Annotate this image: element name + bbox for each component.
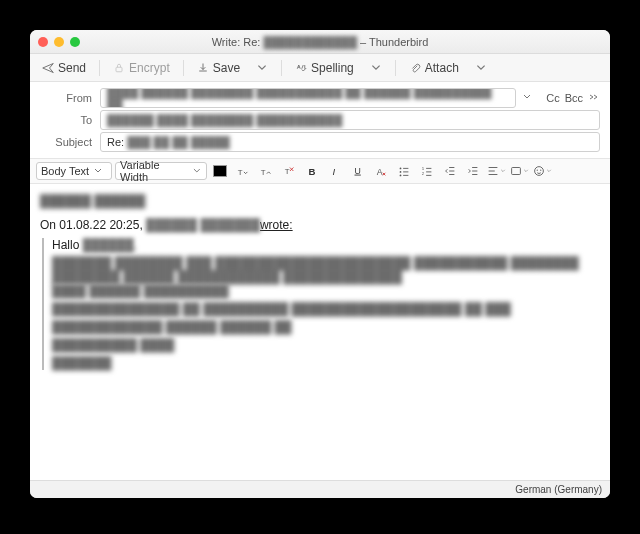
svg-rect-13 xyxy=(512,168,521,175)
chevron-double-icon xyxy=(588,92,600,102)
clear-format-icon: T xyxy=(282,164,296,178)
block-format-select[interactable]: Body Text xyxy=(36,162,112,180)
spelling-dropdown[interactable] xyxy=(364,60,388,76)
chevron-down-icon xyxy=(500,164,506,178)
attach-button[interactable]: Attach xyxy=(403,59,465,77)
cc-button[interactable]: Cc xyxy=(546,92,559,104)
italic-button[interactable]: I xyxy=(325,162,345,180)
chevron-down-icon xyxy=(546,164,552,178)
status-bar: German (Germany) xyxy=(30,480,610,498)
bullet-list-button[interactable] xyxy=(394,162,414,180)
svg-text:B: B xyxy=(309,166,316,177)
outdent-button[interactable] xyxy=(440,162,460,180)
chevron-down-icon xyxy=(370,62,382,74)
font-size-up-button[interactable]: T xyxy=(256,162,276,180)
svg-text:A: A xyxy=(377,167,383,177)
spelling-button[interactable]: Spelling xyxy=(289,59,360,77)
spelling-icon xyxy=(295,62,307,74)
svg-text:U: U xyxy=(355,166,361,176)
chevron-down-icon xyxy=(192,166,202,176)
save-icon xyxy=(197,62,209,74)
window-title: Write: Re: ████████████ – Thunderbird xyxy=(30,36,610,48)
remove-style-icon: A xyxy=(374,164,388,178)
svg-rect-0 xyxy=(116,67,122,72)
svg-point-9 xyxy=(400,171,402,173)
remove-format-button[interactable]: T xyxy=(279,162,299,180)
quoted-text: Hallo ██████, ███████ ████████ ███ █████… xyxy=(42,238,600,370)
svg-text:2: 2 xyxy=(422,171,425,176)
chevron-down-icon xyxy=(256,62,268,74)
paperclip-icon xyxy=(409,62,421,74)
send-icon xyxy=(42,62,54,74)
svg-point-15 xyxy=(537,170,538,171)
attach-dropdown[interactable] xyxy=(469,60,493,76)
underline-icon: U xyxy=(351,164,365,178)
insert-icon xyxy=(509,164,523,178)
main-toolbar: Send Encrypt Save Spelling Attach xyxy=(30,54,610,82)
insert-button[interactable] xyxy=(509,162,529,180)
bold-button[interactable]: B xyxy=(302,162,322,180)
indent-icon xyxy=(466,164,480,178)
close-icon[interactable] xyxy=(38,37,48,47)
compose-window: Write: Re: ████████████ – Thunderbird Se… xyxy=(30,30,610,498)
smiley-icon xyxy=(532,164,546,178)
send-button[interactable]: Send xyxy=(36,59,92,77)
svg-point-14 xyxy=(535,167,544,176)
zoom-icon[interactable] xyxy=(70,37,80,47)
minimize-icon[interactable] xyxy=(54,37,64,47)
subject-label: Subject xyxy=(40,136,100,148)
format-toolbar: Body Text Variable Width T T T B I U A 1… xyxy=(30,158,610,184)
save-button[interactable]: Save xyxy=(191,59,246,77)
italic-icon: I xyxy=(328,164,342,178)
svg-text:T: T xyxy=(238,168,243,177)
svg-text:T: T xyxy=(261,168,266,177)
encrypt-button[interactable]: Encrypt xyxy=(107,59,176,77)
address-block: From ████ ██████ ████████ ███████████ ██… xyxy=(30,82,610,154)
svg-point-8 xyxy=(400,168,402,170)
remove-style-button[interactable]: A xyxy=(371,162,391,180)
align-icon xyxy=(486,164,500,178)
titlebar: Write: Re: ████████████ – Thunderbird xyxy=(30,30,610,54)
from-dropdown[interactable] xyxy=(516,91,538,105)
underline-button[interactable]: U xyxy=(348,162,368,180)
emoji-button[interactable] xyxy=(532,162,552,180)
from-label: From xyxy=(40,92,100,104)
svg-point-16 xyxy=(540,170,541,171)
outdent-icon xyxy=(443,164,457,178)
svg-text:T: T xyxy=(285,167,290,176)
svg-point-10 xyxy=(400,175,402,177)
more-recipients-button[interactable] xyxy=(588,92,600,104)
message-body[interactable]: ██████ ██████ On 01.08.22 20:25, ██████ … xyxy=(30,184,610,480)
from-field[interactable]: ████ ██████ ████████ ███████████ ██ ████… xyxy=(100,88,516,108)
subject-field[interactable]: Re: ███ ██ ██ █████ xyxy=(100,132,600,152)
bcc-button[interactable]: Bcc xyxy=(565,92,583,104)
indent-button[interactable] xyxy=(463,162,483,180)
number-list-icon: 12 xyxy=(420,164,434,178)
bold-icon: B xyxy=(305,164,319,178)
save-dropdown[interactable] xyxy=(250,60,274,76)
text-color-button[interactable] xyxy=(210,162,230,180)
chevron-down-icon xyxy=(522,92,532,102)
chevron-down-icon xyxy=(523,164,529,178)
font-increase-icon: T xyxy=(259,164,273,178)
number-list-button[interactable]: 12 xyxy=(417,162,437,180)
font-size-down-button[interactable]: T xyxy=(233,162,253,180)
svg-text:I: I xyxy=(332,166,335,177)
chevron-down-icon xyxy=(475,62,487,74)
lock-icon xyxy=(113,62,125,74)
font-decrease-icon: T xyxy=(236,164,250,178)
color-swatch-icon xyxy=(213,165,227,177)
font-select[interactable]: Variable Width xyxy=(115,162,207,180)
to-label: To xyxy=(40,114,100,126)
chevron-down-icon xyxy=(93,166,103,176)
language-indicator[interactable]: German (Germany) xyxy=(515,484,602,495)
window-controls xyxy=(38,37,80,47)
to-field[interactable]: ██████ ████ ████████ ███████████ xyxy=(100,110,600,130)
bullet-list-icon xyxy=(397,164,411,178)
align-button[interactable] xyxy=(486,162,506,180)
